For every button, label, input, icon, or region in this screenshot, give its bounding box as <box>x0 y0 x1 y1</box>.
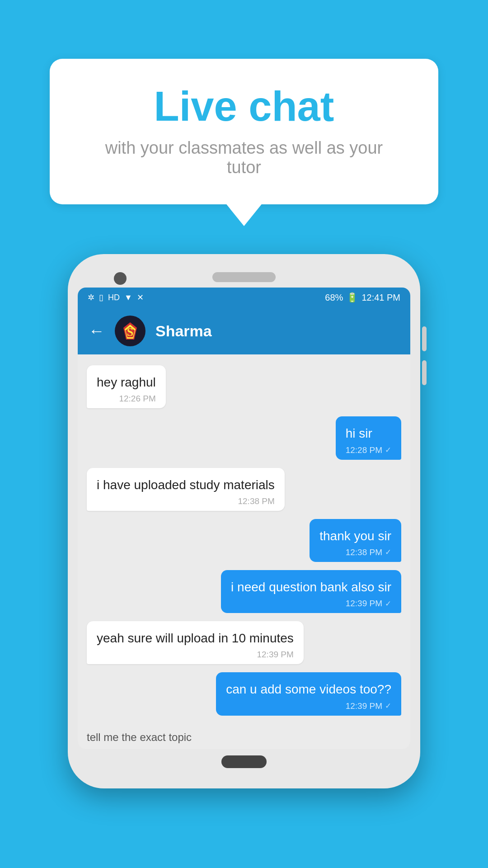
avatar: S <box>115 316 145 346</box>
chat-message-msg2: hi sir 12:28 PM ✓ <box>336 416 401 459</box>
msg-time: 12:39 PM <box>97 650 294 660</box>
msg-time: 12:39 PM ✓ <box>231 599 391 609</box>
back-button[interactable]: ← <box>89 321 105 340</box>
chat-message-msg6: yeah sure will upload in 10 minutes 12:3… <box>87 621 304 664</box>
chat-message-msg7: can u add some videos too?? 12:39 PM ✓ <box>216 672 401 715</box>
msg-text: can u add some videos too?? <box>226 680 391 698</box>
bubble-subtitle: with your classmates as well as your tut… <box>86 138 402 177</box>
msg-text: i need question bank also sir <box>231 578 391 596</box>
phone-top-bar <box>78 264 410 288</box>
vol-down <box>422 360 427 385</box>
chat-area: hey raghul 12:26 PM hi sir 12:28 PM ✓ i … <box>78 354 410 726</box>
msg-time: 12:39 PM ✓ <box>226 701 391 711</box>
check-icon: ✓ <box>385 445 391 455</box>
check-icon: ✓ <box>385 701 391 711</box>
status-bar: ✲ ▯ HD ▼ ✕ 68% 🔋 12:41 PM <box>78 288 410 307</box>
signal-icon: ▯ <box>99 292 103 302</box>
msg-time: 12:26 PM <box>97 394 156 404</box>
msg-text: hi sir <box>346 425 391 442</box>
phone-outer: ✲ ▯ HD ▼ ✕ 68% 🔋 12:41 PM ← <box>68 254 420 788</box>
volume-buttons <box>422 326 427 385</box>
partial-message-strip: tell me the exact topic <box>78 726 410 749</box>
home-button[interactable] <box>221 755 267 768</box>
battery-percent: 68% <box>325 292 343 303</box>
status-right: 68% 🔋 12:41 PM <box>325 292 400 303</box>
mobile-data-icon: ✕ <box>137 292 144 302</box>
chat-message-msg4: thank you sir 12:38 PM ✓ <box>310 519 401 562</box>
speaker <box>212 272 276 282</box>
check-icon: ✓ <box>385 547 391 557</box>
msg-text: yeah sure will upload in 10 minutes <box>97 629 294 647</box>
chat-message-msg3: i have uploaded study materials 12:38 PM <box>87 468 285 511</box>
phone-mockup: ✲ ▯ HD ▼ ✕ 68% 🔋 12:41 PM ← <box>68 254 420 788</box>
msg-time: 12:38 PM ✓ <box>319 547 391 557</box>
bluetooth-icon: ✲ <box>88 292 94 302</box>
clock: 12:41 PM <box>361 292 400 303</box>
check-icon: ✓ <box>385 599 391 609</box>
wifi-icon: ▼ <box>124 293 132 302</box>
phone-screen: ✲ ▯ HD ▼ ✕ 68% 🔋 12:41 PM ← <box>78 288 410 749</box>
hd-label: HD <box>108 293 120 302</box>
speech-bubble: Live chat with your classmates as well a… <box>50 59 438 204</box>
msg-time: 12:28 PM ✓ <box>346 445 391 455</box>
vol-up <box>422 326 427 351</box>
msg-text: i have uploaded study materials <box>97 476 275 494</box>
camera <box>114 272 127 285</box>
chat-message-msg1: hey raghul 12:26 PM <box>87 365 166 408</box>
bubble-title: Live chat <box>86 84 402 129</box>
svg-text:S: S <box>127 326 133 339</box>
msg-time: 12:38 PM <box>97 496 275 506</box>
battery-icon: 🔋 <box>347 292 358 303</box>
chat-message-msg5: i need question bank also sir 12:39 PM ✓ <box>221 570 401 613</box>
status-icons: ✲ ▯ HD ▼ ✕ <box>88 292 144 302</box>
app-header: ← S Sharma <box>78 307 410 354</box>
contact-name: Sharma <box>155 322 212 340</box>
msg-text: thank you sir <box>319 527 391 545</box>
msg-text: hey raghul <box>97 373 156 391</box>
